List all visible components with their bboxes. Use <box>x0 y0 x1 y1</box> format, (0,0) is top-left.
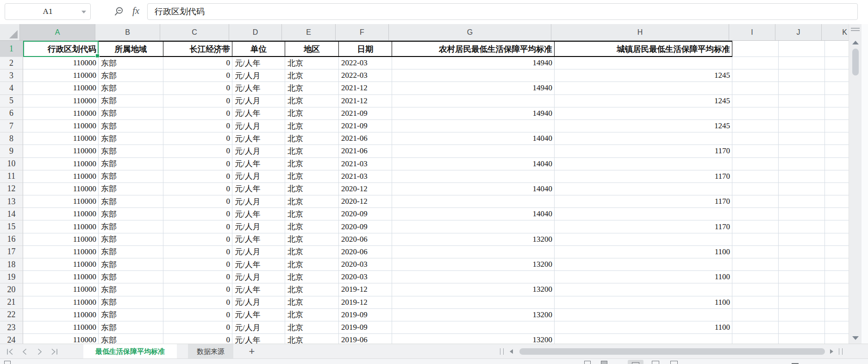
cell[interactable] <box>825 158 849 170</box>
cell[interactable]: 1170 <box>555 170 732 183</box>
cell[interactable]: 元/人年 <box>232 107 285 120</box>
cell[interactable] <box>392 220 555 233</box>
cell[interactable]: 110000 <box>23 120 99 132</box>
cell[interactable] <box>779 107 825 120</box>
cell[interactable]: 0 <box>163 208 232 220</box>
cell[interactable]: 北京 <box>285 158 339 170</box>
cell[interactable] <box>555 107 732 120</box>
cell[interactable] <box>732 233 779 246</box>
cell[interactable]: 元/人月 <box>232 120 285 132</box>
row-header-16[interactable]: 16 <box>0 233 23 246</box>
cell[interactable] <box>825 107 849 120</box>
cell[interactable]: 2020-09 <box>339 208 392 220</box>
cell[interactable] <box>555 57 732 69</box>
last-sheet-button[interactable] <box>50 347 58 356</box>
cell[interactable] <box>732 41 779 57</box>
cell[interactable] <box>392 321 555 334</box>
cell[interactable] <box>732 246 779 258</box>
row-header-23[interactable]: 23 <box>0 321 23 334</box>
column-header-I[interactable]: I <box>729 24 775 40</box>
cell[interactable]: 1245 <box>555 120 732 132</box>
cell[interactable] <box>779 258 825 271</box>
cell[interactable] <box>732 220 779 233</box>
next-sheet-button[interactable] <box>35 347 44 356</box>
cell[interactable]: 0 <box>163 321 232 334</box>
cell[interactable]: 0 <box>163 195 232 208</box>
cell[interactable]: 东部 <box>99 158 163 170</box>
cell[interactable]: 东部 <box>99 296 163 309</box>
name-box[interactable]: A1 <box>5 3 91 20</box>
tab-active-sheet[interactable]: 最低生活保障平均标准 <box>83 344 177 359</box>
cell[interactable]: 0 <box>163 258 232 271</box>
cell[interactable]: 东部 <box>99 246 163 258</box>
cell[interactable] <box>779 271 825 283</box>
cell[interactable]: 0 <box>163 220 232 233</box>
cell[interactable]: 北京 <box>285 321 339 334</box>
cell[interactable]: 东部 <box>99 195 163 208</box>
cell[interactable] <box>825 233 849 246</box>
header-cell[interactable]: 城镇居民最低生活保障平均标准 <box>555 41 732 57</box>
cell[interactable] <box>732 309 779 321</box>
column-header-H[interactable]: H <box>551 24 729 40</box>
cell[interactable]: 0 <box>163 82 232 94</box>
column-header-G[interactable]: G <box>389 24 551 40</box>
cell[interactable]: 元/人月 <box>232 321 285 334</box>
row-header-4[interactable]: 4 <box>0 82 23 94</box>
cell[interactable]: 元/人月 <box>232 69 285 82</box>
column-header-D[interactable]: D <box>229 24 282 40</box>
cell[interactable] <box>779 246 825 258</box>
cell[interactable]: 元/人年 <box>232 258 285 271</box>
cell[interactable] <box>392 195 555 208</box>
cell[interactable]: 元/人年 <box>232 132 285 145</box>
cell[interactable]: 14940 <box>392 57 555 69</box>
cell[interactable] <box>825 170 849 183</box>
row-header-2[interactable]: 2 <box>0 57 23 69</box>
cell[interactable]: 1245 <box>555 95 732 107</box>
header-cell[interactable]: 长江经济带 <box>163 41 232 57</box>
cell[interactable]: 0 <box>163 120 232 132</box>
cell[interactable] <box>825 296 849 309</box>
cell[interactable]: 110000 <box>23 296 99 309</box>
column-header-A[interactable]: A <box>20 24 95 40</box>
first-sheet-button[interactable] <box>6 347 14 356</box>
prev-sheet-button[interactable] <box>20 347 29 356</box>
cell[interactable]: 东部 <box>99 69 163 82</box>
cell[interactable]: 东部 <box>99 271 163 283</box>
cell[interactable]: 2020-12 <box>339 183 392 195</box>
cell[interactable] <box>732 158 779 170</box>
cell[interactable]: 2020-09 <box>339 220 392 233</box>
cell[interactable]: 2020-12 <box>339 195 392 208</box>
cell[interactable]: 东部 <box>99 82 163 94</box>
cell[interactable]: 元/人月 <box>232 296 285 309</box>
cell[interactable]: 北京 <box>285 170 339 183</box>
cell[interactable]: 北京 <box>285 132 339 145</box>
cell[interactable] <box>825 208 849 220</box>
cell[interactable]: 0 <box>163 283 232 296</box>
cell[interactable] <box>779 283 825 296</box>
cell[interactable] <box>825 321 849 334</box>
cell[interactable]: 东部 <box>99 95 163 107</box>
cell[interactable]: 元/人年 <box>232 208 285 220</box>
cell[interactable] <box>825 220 849 233</box>
cell[interactable] <box>779 183 825 195</box>
cell[interactable]: 东部 <box>99 170 163 183</box>
cell[interactable] <box>779 95 825 107</box>
cell[interactable]: 北京 <box>285 271 339 283</box>
cell[interactable]: 2021-12 <box>339 95 392 107</box>
header-cell[interactable]: 日期 <box>339 41 392 57</box>
add-sheet-button[interactable]: + <box>244 344 259 359</box>
scroll-left-icon[interactable] <box>510 349 513 354</box>
header-cell[interactable]: 地区 <box>285 41 339 57</box>
cell[interactable]: 2022-03 <box>339 69 392 82</box>
header-cell[interactable]: 农村居民最低生活保障平均标准 <box>392 41 555 57</box>
cell[interactable]: 北京 <box>285 208 339 220</box>
cell[interactable]: 13200 <box>392 334 555 344</box>
cell[interactable]: 北京 <box>285 233 339 246</box>
row-header-17[interactable]: 17 <box>0 246 23 258</box>
cell[interactable]: 2021-09 <box>339 107 392 120</box>
view-normal-button[interactable] <box>628 360 643 364</box>
status-chart-icon[interactable] <box>584 361 591 364</box>
row-header-11[interactable]: 11 <box>0 170 23 183</box>
name-box-dropdown-icon[interactable] <box>81 11 86 13</box>
scroll-right-icon[interactable] <box>830 349 833 354</box>
